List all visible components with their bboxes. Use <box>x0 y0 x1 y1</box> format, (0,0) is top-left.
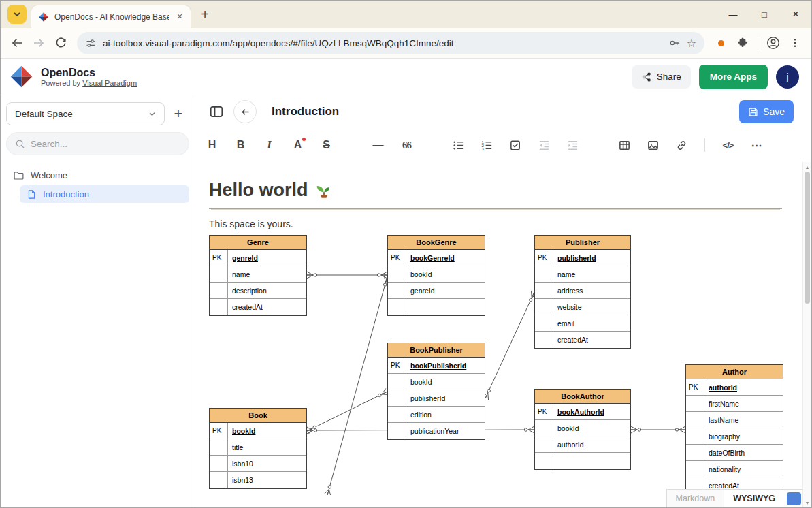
er-row: bookId <box>388 266 485 283</box>
er-field-cell: lastName <box>704 412 783 428</box>
add-space-button[interactable]: + <box>167 103 189 125</box>
er-table-title: Genre <box>210 236 306 250</box>
tab-search-button[interactable] <box>7 5 27 24</box>
er-field-cell: bookId <box>228 423 306 439</box>
er-key-cell: PK <box>686 379 704 395</box>
bookmark-star-icon[interactable]: ☆ <box>687 37 696 50</box>
strikethrough-button[interactable]: S <box>315 134 338 157</box>
extension-orange-icon[interactable] <box>710 32 732 54</box>
reload-icon <box>54 37 67 50</box>
sidebar-toggle-button[interactable] <box>209 104 224 119</box>
er-key-cell: PK <box>535 250 553 266</box>
new-tab-button[interactable]: + <box>195 5 214 24</box>
code-button[interactable]: </> <box>717 134 739 157</box>
forward-button[interactable] <box>28 32 50 54</box>
url-text[interactable]: ai-toolbox.visual-paradigm.com/app/opend… <box>103 38 662 48</box>
er-key-cell <box>210 456 228 471</box>
chevron-down-icon <box>148 112 156 116</box>
scroll-down-arrow[interactable]: ▼ <box>803 498 811 507</box>
er-row: title <box>210 439 306 456</box>
outdent-button[interactable] <box>533 134 555 157</box>
wysiwyg-mode-button[interactable]: WYSIWYG <box>724 490 784 507</box>
back-button[interactable] <box>6 32 28 54</box>
browser-tab[interactable]: OpenDocs - AI Knowledge Base × <box>31 5 191 28</box>
image-button[interactable] <box>642 134 664 157</box>
doc-header: Introduction Save <box>195 95 811 128</box>
er-field-cell: genreId <box>228 250 306 266</box>
doc-back-button[interactable] <box>233 100 257 123</box>
scroll-up-arrow[interactable]: ▲ <box>803 162 811 172</box>
window-minimize-button[interactable]: — <box>717 1 749 28</box>
scrollbar-thumb[interactable] <box>805 172 810 304</box>
er-row: address <box>535 283 630 299</box>
blockquote-button[interactable]: 66 <box>395 134 418 157</box>
window-close-button[interactable]: × <box>780 1 811 28</box>
tree-item-label: Introduction <box>43 189 89 200</box>
er-table-Genre: GenrePKgenreIdnamedescriptioncreatedAt <box>209 235 307 316</box>
er-key-cell <box>388 374 406 390</box>
er-key-cell <box>686 412 704 428</box>
bullet-list-button[interactable] <box>447 134 470 157</box>
heading-button[interactable]: H <box>201 134 223 157</box>
corner-button[interactable] <box>787 492 801 505</box>
editor-area[interactable]: Hello world This space is yours. GenrePK… <box>195 162 811 507</box>
vertical-scrollbar[interactable]: ▲ ▼ <box>802 162 811 507</box>
er-table-Publisher: PublisherPKpublisherIdnameaddresswebsite… <box>534 235 631 349</box>
er-row: isbn10 <box>210 456 306 472</box>
er-row: PKauthorId <box>686 379 783 396</box>
forward-arrow-icon <box>32 36 46 50</box>
er-row: authorId <box>535 436 630 453</box>
ordered-list-button[interactable]: 123 <box>476 134 498 157</box>
extensions-puzzle-icon[interactable] <box>732 32 753 54</box>
search-box[interactable] <box>6 132 189 155</box>
er-table-BookPublisher: BookPublisherPKbookPublisherIdbookIdpubl… <box>387 343 485 440</box>
er-key-cell <box>388 283 406 298</box>
er-field-cell: firstName <box>704 396 783 411</box>
font-color-button[interactable]: A <box>287 134 309 157</box>
save-button[interactable]: Save <box>739 100 794 123</box>
search-icon <box>15 139 25 149</box>
er-row: isbn13 <box>210 472 306 488</box>
user-avatar[interactable]: j <box>776 65 799 89</box>
er-row: PKbookId <box>210 423 306 439</box>
profile-icon[interactable] <box>762 32 784 54</box>
search-input[interactable] <box>31 139 180 149</box>
italic-button[interactable]: I <box>258 134 280 157</box>
tab-close-icon[interactable]: × <box>174 12 185 22</box>
er-key-cell: PK <box>210 423 228 439</box>
er-field-cell: createdAt <box>228 299 306 315</box>
er-key-cell <box>388 423 406 439</box>
window-maximize-button[interactable]: □ <box>749 1 780 28</box>
doc-body[interactable]: Hello world This space is yours. GenrePK… <box>195 162 802 507</box>
sidebar: Default Space + Welcome Introduction <box>1 95 195 507</box>
bold-button[interactable]: B <box>229 134 252 157</box>
browser-window: OpenDocs - AI Knowledge Base × + — □ × a… <box>0 0 812 508</box>
site-settings-icon[interactable] <box>85 37 97 49</box>
space-selector[interactable]: Default Space <box>6 102 165 125</box>
address-bar[interactable]: ai-toolbox.visual-paradigm.com/app/opend… <box>77 32 704 54</box>
table-button[interactable] <box>613 134 636 157</box>
sidebar-item-welcome[interactable]: Welcome <box>6 166 189 184</box>
er-row: name <box>210 266 306 283</box>
indent-button[interactable] <box>562 134 584 157</box>
more-apps-button[interactable]: More Apps <box>699 65 768 89</box>
er-row: nationality <box>686 461 783 477</box>
er-key-cell <box>388 266 406 282</box>
er-key-cell <box>210 439 228 455</box>
er-field-cell: isbn10 <box>228 456 306 471</box>
link-button[interactable] <box>670 134 693 157</box>
share-button[interactable]: Share <box>632 65 691 89</box>
task-list-button[interactable] <box>504 134 527 157</box>
markdown-mode-button[interactable]: Markdown <box>667 490 725 507</box>
browser-menu-icon[interactable] <box>784 32 806 54</box>
reload-button[interactable] <box>50 32 71 54</box>
horizontal-rule-button[interactable]: — <box>367 134 389 157</box>
visual-paradigm-link[interactable]: Visual Paradigm <box>82 79 137 87</box>
er-key-cell: PK <box>210 250 228 266</box>
password-key-icon[interactable] <box>668 37 681 49</box>
more-button[interactable]: ⋯ <box>745 134 768 157</box>
er-field-cell: title <box>228 439 306 455</box>
er-row: bookId <box>388 374 485 390</box>
er-key-cell <box>535 436 553 452</box>
sidebar-item-introduction[interactable]: Introduction <box>20 185 189 203</box>
